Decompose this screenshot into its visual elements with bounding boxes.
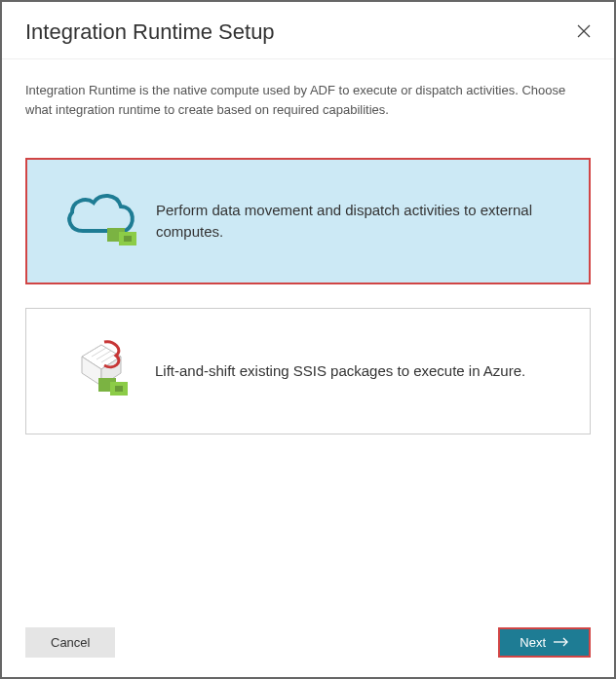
close-button[interactable]	[577, 23, 591, 41]
option-text: Perform data movement and dispatch activ…	[156, 200, 567, 244]
svg-rect-11	[115, 386, 123, 392]
close-icon	[577, 22, 591, 42]
option-data-movement[interactable]: Perform data movement and dispatch activ…	[25, 158, 591, 284]
ssis-package-icon	[48, 337, 155, 405]
dialog-footer: Cancel Next	[25, 627, 591, 658]
cloud-dispatch-icon	[49, 187, 156, 255]
dialog-description: Integration Runtime is the native comput…	[25, 81, 591, 119]
option-ssis[interactable]: Lift-and-shift existing SSIS packages to…	[25, 308, 591, 434]
cancel-button[interactable]: Cancel	[25, 627, 115, 658]
dialog-content: Integration Runtime is the native comput…	[2, 59, 614, 479]
arrow-right-icon	[554, 635, 569, 650]
next-button[interactable]: Next	[498, 627, 591, 658]
next-button-label: Next	[520, 635, 546, 650]
dialog-title: Integration Runtime Setup	[25, 19, 275, 45]
dialog-header: Integration Runtime Setup	[2, 2, 614, 59]
svg-rect-4	[124, 236, 132, 242]
option-text: Lift-and-shift existing SSIS packages to…	[155, 360, 535, 383]
